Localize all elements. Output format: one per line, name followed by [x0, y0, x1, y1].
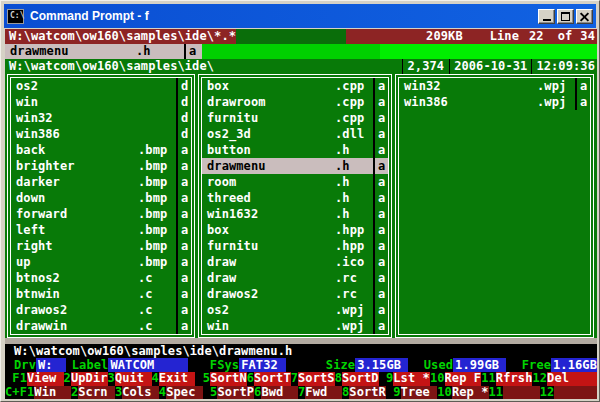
file-row[interactable]: furnitu.cppa: [202, 110, 388, 126]
file-ext: .h: [335, 174, 373, 190]
file-name: win1632: [202, 206, 335, 222]
status-area: W:\watcom\ow160\samples\ide\drawmenu.h D…: [5, 344, 597, 399]
file-row[interactable]: back.bmpa: [11, 142, 191, 158]
file-row[interactable]: draw.rca: [202, 270, 388, 286]
file-row[interactable]: os2d: [11, 78, 191, 94]
file-row[interactable]: forward.bmpa: [11, 206, 191, 222]
fkey-number: 2: [71, 386, 78, 400]
file-row[interactable]: drawroom.cppa: [202, 94, 388, 110]
fkey-button[interactable]: View: [27, 372, 64, 386]
fkey-button[interactable]: Fwd: [305, 386, 342, 400]
fkey-number: 2: [64, 372, 71, 386]
gauge-file-attr: a: [186, 44, 202, 59]
file-row[interactable]: button.ha: [202, 142, 388, 158]
file-attr: a: [575, 94, 590, 110]
fkey-button[interactable]: SortD: [342, 372, 379, 386]
file-ext: .hpp: [335, 238, 373, 254]
file-name: left: [11, 222, 138, 238]
fkey-button[interactable]: Lst *: [393, 372, 430, 386]
file-row[interactable]: win32d: [11, 110, 191, 126]
file-row[interactable]: wind: [11, 94, 191, 110]
file-attr: a: [373, 206, 388, 222]
file-name: win386: [11, 126, 138, 142]
file-row[interactable]: box.hppa: [202, 222, 388, 238]
file-row[interactable]: btnos2.ca: [11, 270, 191, 286]
fkey-button[interactable]: SortR: [349, 386, 386, 400]
fkey-button[interactable]: Del: [547, 372, 597, 386]
file-row[interactable]: box.cppa: [202, 78, 388, 94]
file-attr: a: [373, 110, 388, 126]
free-label: Free: [522, 358, 551, 372]
fkey-button[interactable]: SortP: [217, 386, 254, 400]
file-row[interactable]: win1632.ha: [202, 206, 388, 222]
file-row[interactable]: drawos2.ca: [11, 302, 191, 318]
file-row[interactable]: furnitu.hppa: [202, 238, 388, 254]
file-attr: a: [176, 206, 191, 222]
fkey-button[interactable]: SortN: [210, 372, 247, 386]
fkey-button[interactable]: Rfrsh: [496, 372, 533, 386]
file-row[interactable]: threed.ha: [202, 190, 388, 206]
free-value: 1.16GB: [551, 358, 597, 372]
file-row[interactable]: drawwin.ca: [11, 318, 191, 334]
file-attr: d: [176, 110, 191, 126]
file-row[interactable]: darker.bmpa: [11, 174, 191, 190]
fkey-button[interactable]: Quit: [115, 372, 152, 386]
file-row[interactable]: room.ha: [202, 174, 388, 190]
file-ext: .bmp: [138, 222, 176, 238]
file-row[interactable]: right.bmpa: [11, 238, 191, 254]
fkey-number: 8: [335, 372, 342, 386]
file-row[interactable]: up.bmpa: [11, 254, 191, 270]
file-row[interactable]: win.wpja: [202, 318, 388, 334]
file-row[interactable]: os2.wpja: [202, 302, 388, 318]
file-name: draw: [202, 254, 335, 270]
file-date: 2006-10-31: [450, 59, 531, 74]
title-bar[interactable]: Command Prompt - f: [4, 4, 596, 28]
fkey-button[interactable]: [554, 386, 597, 400]
fkey-button[interactable]: Tree: [401, 386, 438, 400]
file-row-selected[interactable]: drawmenu.ha: [202, 158, 388, 174]
maximize-button[interactable]: [557, 9, 574, 24]
file-attr: a: [373, 318, 388, 334]
file-name: darker: [11, 174, 138, 190]
fkey-number: 5: [195, 372, 210, 386]
fkey-button[interactable]: Win: [34, 386, 71, 400]
file-name: win: [11, 94, 138, 110]
file-row[interactable]: win386d: [11, 126, 191, 142]
fkey-button[interactable]: [503, 386, 540, 400]
file-attr: a: [373, 126, 388, 142]
fkey-button[interactable]: UpDir: [71, 372, 108, 386]
current-directory-path: W:\watcom\ow160\samples\ide\: [5, 59, 214, 74]
file-row[interactable]: brighter.bmpa: [11, 158, 191, 174]
fkey-button[interactable]: Exit: [159, 372, 196, 386]
file-row[interactable]: os2_3d.dlla: [202, 126, 388, 142]
maximize-icon: [561, 12, 570, 21]
fkey-button[interactable]: Spec: [166, 386, 203, 400]
file-ext: .c: [138, 318, 176, 334]
file-panels: os2dwindwin32dwin386dback.bmpabrighter.b…: [5, 74, 597, 338]
file-row[interactable]: win32.wpja: [399, 78, 590, 94]
fkey-button[interactable]: Scrn: [78, 386, 115, 400]
file-ext: [138, 78, 176, 94]
file-row[interactable]: btnwin.ca: [11, 286, 191, 302]
fkey-button[interactable]: Bwd: [261, 386, 298, 400]
file-panel-right: win32.wpjawin386.wpja: [395, 74, 594, 338]
file-attr: a: [176, 174, 191, 190]
fkey-number: 6: [247, 372, 254, 386]
fkey-button[interactable]: Rep *: [452, 386, 489, 400]
fkey-button[interactable]: Cols: [122, 386, 159, 400]
close-button[interactable]: [576, 9, 593, 24]
fkey-button[interactable]: SortT: [254, 372, 291, 386]
ctrl-function-key-bar: C+F1Win 2Scrn 3Cols 4Spec 5SortP6Bwd 7Fw…: [5, 386, 597, 400]
file-panel-left: os2dwindwin32dwin386dback.bmpabrighter.b…: [7, 74, 195, 338]
minimize-button[interactable]: [538, 9, 555, 24]
file-row[interactable]: left.bmpa: [11, 222, 191, 238]
file-row[interactable]: draw.icoa: [202, 254, 388, 270]
file-row[interactable]: drawos2.rca: [202, 286, 388, 302]
file-ext: .h: [335, 142, 373, 158]
file-row[interactable]: win386.wpja: [399, 94, 590, 110]
fkey-button[interactable]: Rep F: [445, 372, 482, 386]
file-attr: d: [176, 126, 191, 142]
file-row[interactable]: down.bmpa: [11, 190, 191, 206]
fkey-button[interactable]: SortS: [298, 372, 335, 386]
file-name: drawmenu: [202, 158, 335, 174]
